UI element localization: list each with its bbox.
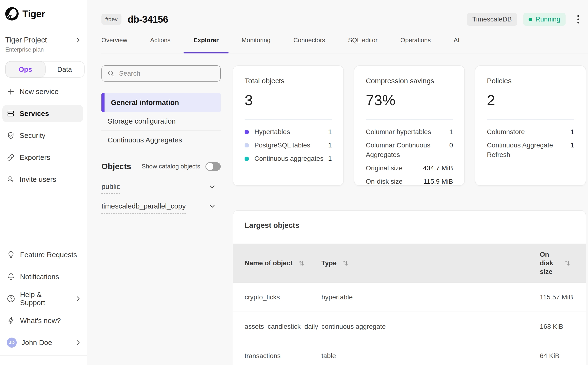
search-input[interactable]	[119, 70, 215, 77]
column-header-on-disk-size[interactable]: On disk size	[540, 250, 576, 276]
tab-operations[interactable]: Operations	[400, 35, 431, 45]
tab-connectors[interactable]: Connectors	[294, 35, 325, 45]
card-title: Total objects	[245, 77, 332, 85]
sidebar-item-label: New service	[20, 88, 58, 96]
service-tabs: Overview Actions Explorer Monitoring Con…	[101, 35, 588, 53]
nav-item-general-information[interactable]: General information	[101, 93, 221, 112]
user-name: John Doe	[21, 338, 52, 347]
tab-sql-editor[interactable]: SQL editor	[348, 35, 377, 45]
tiger-logo-icon	[5, 7, 19, 21]
largest-objects-title: Largest objects	[233, 211, 586, 230]
schema-item-timescaledb-parallel-copy[interactable]: timescaledb_parallel_copy	[101, 202, 221, 213]
explorer-sidebar: General information Storage configuratio…	[101, 65, 221, 365]
stat-row-columnar-hypertables: Columnar hypertables 1	[366, 127, 453, 137]
legend-value: 1	[328, 140, 332, 150]
sidebar-item-invite-users[interactable]: Invite users	[5, 171, 82, 188]
card-title: Policies	[487, 77, 574, 85]
sidebar-item-label: Exporters	[20, 153, 50, 161]
kebab-menu-icon[interactable]	[576, 14, 581, 25]
chevron-right-icon	[75, 339, 82, 346]
legend-row-continuous-aggregates: Continuous aggregates 1	[245, 154, 332, 163]
cell-object-name[interactable]: crypto_ticks	[245, 294, 321, 301]
explorer-nav: General information Storage configuratio…	[101, 93, 221, 149]
chevron-right-icon	[75, 295, 82, 302]
stat-value: 1	[570, 127, 574, 137]
sidebar-item-services[interactable]: Services	[2, 105, 83, 122]
cell-object-size: 64 KiB	[540, 352, 576, 360]
project-switcher[interactable]: Tiger Project	[5, 36, 82, 44]
brand-name: Tiger	[22, 9, 45, 19]
objects-heading: Objects	[101, 162, 131, 171]
server-icon	[7, 110, 15, 118]
avatar: JD	[7, 337, 17, 348]
card-compression-savings: Compression savings 73% Columnar hyperta…	[354, 65, 465, 186]
sidebar-item-notifications[interactable]: Notifications	[5, 268, 82, 286]
stat-value: 115.9 MiB	[423, 177, 453, 186]
table-row[interactable]: assets_candlestick_daily continuous aggr…	[233, 312, 586, 341]
stat-row-cagg-refresh: Continuous Aggregate Refresh 1	[487, 140, 574, 160]
stat-label: Columnar Continuous Aggregates	[366, 140, 449, 160]
plus-icon	[7, 88, 15, 96]
sidebar-item-new-service[interactable]: New service	[5, 83, 82, 100]
chevron-down-icon[interactable]	[208, 183, 216, 191]
table-row[interactable]: transactions table 64 KiB	[233, 341, 586, 365]
sidebar-item-exporters[interactable]: Exporters	[5, 149, 82, 166]
column-header-type[interactable]: Type	[321, 259, 540, 267]
sidebar-item-label: Help & Support	[20, 291, 65, 307]
stat-label: Columnar hypertables	[366, 127, 449, 137]
sidebar-item-security[interactable]: Security	[5, 127, 82, 144]
sidebar-item-help-support[interactable]: Help & Support	[5, 290, 82, 308]
column-header-name[interactable]: Name of object	[245, 259, 321, 267]
sidebar-item-label: Invite users	[20, 175, 56, 183]
sidebar-item-whats-new[interactable]: What's new?	[5, 312, 82, 330]
mode-tab-ops[interactable]: Ops	[5, 61, 46, 78]
mode-switch: Ops Data	[5, 61, 85, 78]
tab-overview[interactable]: Overview	[101, 35, 127, 45]
explorer-content: Total objects 3 Hypertables 1 PostgreSQL…	[233, 65, 586, 365]
sort-icon[interactable]	[341, 259, 349, 267]
status-label: Running	[536, 15, 560, 23]
stat-value: 0	[449, 140, 453, 150]
sort-icon[interactable]	[297, 259, 305, 267]
tab-explorer[interactable]: Explorer	[193, 35, 219, 45]
cell-object-size: 168 KiB	[540, 323, 576, 330]
nav-item-continuous-aggregates[interactable]: Continuous Aggregates	[101, 131, 221, 149]
cell-object-name[interactable]: transactions	[245, 352, 321, 360]
sidebar-item-feature-requests[interactable]: Feature Requests	[5, 246, 82, 264]
table-header-row: Name of object Type	[233, 244, 586, 283]
search-icon	[107, 70, 115, 77]
bell-icon	[7, 273, 15, 281]
largest-objects-panel: Largest objects Name of object Type	[233, 210, 586, 365]
stat-row-original-size: Original size 434.7 MiB	[366, 163, 453, 173]
sidebar-item-label: Feature Requests	[20, 251, 77, 259]
cell-object-name[interactable]: assets_candlestick_daily	[245, 323, 321, 330]
search-box	[101, 65, 221, 82]
legend-row-postgresql-tables: PostgreSQL tables 1	[245, 140, 332, 150]
cell-object-type: hypertable	[321, 294, 540, 301]
sort-icon[interactable]	[563, 259, 571, 267]
chevron-right-icon	[75, 36, 82, 44]
sidebar-item-account[interactable]: JD John Doe	[5, 334, 82, 352]
lightbulb-icon	[7, 251, 15, 259]
status-badge: Running	[523, 13, 566, 26]
stat-label: Columnstore	[487, 127, 570, 137]
mode-tab-data[interactable]: Data	[45, 62, 85, 77]
card-total-objects: Total objects 3 Hypertables 1 PostgreSQL…	[233, 65, 344, 186]
table-row[interactable]: crypto_ticks hypertable 115.57 MiB	[233, 283, 586, 312]
chevron-down-icon[interactable]	[208, 203, 216, 210]
tab-ai[interactable]: AI	[454, 35, 460, 45]
tab-actions[interactable]: Actions	[150, 35, 170, 45]
stat-row-columnstore: Columnstore 1	[487, 127, 574, 137]
show-catalog-toggle[interactable]	[205, 162, 221, 171]
column-label: Name of object	[245, 259, 293, 267]
cell-object-size: 115.57 MiB	[540, 294, 576, 301]
sidebar-item-label: Security	[20, 132, 45, 140]
nav-item-storage-configuration[interactable]: Storage configuration	[101, 112, 221, 131]
schema-item-public[interactable]: public	[101, 182, 221, 194]
legend-swatch-hypertables	[245, 130, 249, 134]
project-plan: Enterprise plan	[5, 46, 82, 53]
legend-row-hypertables: Hypertables 1	[245, 127, 332, 137]
brand[interactable]: Tiger	[5, 7, 82, 21]
tab-monitoring[interactable]: Monitoring	[241, 35, 270, 45]
lightning-icon	[7, 316, 15, 325]
